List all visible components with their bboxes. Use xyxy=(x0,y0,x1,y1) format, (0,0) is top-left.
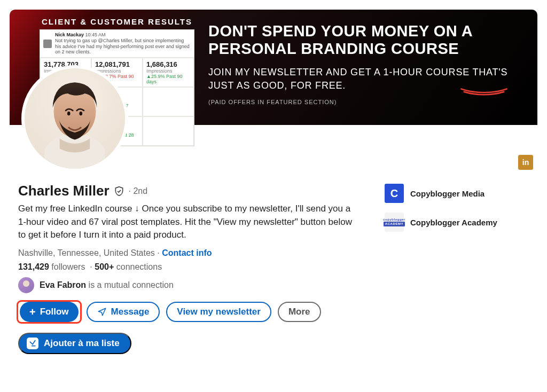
followers-count: 131,429 xyxy=(18,262,49,271)
org-name: Copyblogger Academy xyxy=(410,218,497,227)
tweet-time: 10:45 AM xyxy=(85,32,106,37)
stats-cell: 1,686,316Impressions▲25.9% Past 90 days xyxy=(143,58,194,87)
cover-left-title: CLIENT & CUSTOMER RESULTS xyxy=(40,17,194,26)
location-text: Nashville, Tennessee, United States xyxy=(18,248,155,257)
underline-scribble-icon xyxy=(458,87,510,96)
linkedin-icon: in xyxy=(518,155,533,170)
message-button[interactable]: Message xyxy=(87,302,160,322)
follow-label: Follow xyxy=(40,307,69,317)
profile-side: C Copyblogger Media copybloggerACADEMY C… xyxy=(385,183,529,354)
connections-count: 500+ xyxy=(95,262,114,271)
cover-tweet: Nick Mackay 10:45 AM Not trying to gas u… xyxy=(40,30,194,58)
newsletter-label: View my newsletter xyxy=(177,307,261,317)
cover-right-panel: DON'T SPEND YOUR MONEY ON A PERSONAL BRA… xyxy=(208,17,518,117)
tweet-avatar xyxy=(43,40,52,48)
profile-headline: Get my free LinkedIn course ↓ Once you s… xyxy=(18,202,358,242)
profile-avatar[interactable] xyxy=(21,65,128,172)
add-to-list-label: Ajouter à ma liste xyxy=(44,338,120,349)
cover-paid-note: (PAID OFFERS IN FEATURED SECTION) xyxy=(208,99,518,105)
tweet-name: Nick Mackay xyxy=(55,32,84,37)
follow-button-highlight: + Follow xyxy=(18,302,80,322)
cover-sub: JOIN MY NEWSLETTER AND GET A 1-HOUR COUR… xyxy=(208,66,518,92)
cover-headline: DON'T SPEND YOUR MONEY ON A PERSONAL BRA… xyxy=(208,22,518,58)
connections-label: connections xyxy=(116,262,162,271)
mutual-name: Eva Fabron xyxy=(40,280,86,289)
followers-label: followers xyxy=(51,262,85,271)
org-name: Copyblogger Media xyxy=(410,189,485,198)
svg-point-2 xyxy=(67,112,71,116)
mutual-suffix: is a mutual connection xyxy=(89,280,174,289)
location-row: Nashville, Tennessee, United States · Co… xyxy=(18,248,358,258)
more-button[interactable]: More xyxy=(278,302,321,322)
mutual-row[interactable]: Eva Fabron is a mutual connection xyxy=(18,277,358,293)
tweet-text: Not trying to gas up @Charles Miller, bu… xyxy=(55,38,190,55)
avatar-image xyxy=(25,68,125,169)
connection-degree: · 2nd xyxy=(129,186,148,196)
profile-name: Charles Miller xyxy=(18,183,110,199)
stats-row: 131,429 followers · 500+ connections xyxy=(18,262,358,272)
list-icon xyxy=(27,338,38,349)
verified-shield-icon xyxy=(114,186,124,197)
add-to-list-button[interactable]: Ajouter à ma liste xyxy=(18,333,131,354)
action-buttons: + Follow Message View my newsletter xyxy=(18,302,358,354)
stats-cell xyxy=(143,87,194,116)
newsletter-button[interactable]: View my newsletter xyxy=(166,302,271,322)
org-logo: copybloggerACADEMY xyxy=(385,213,404,232)
send-icon xyxy=(97,307,107,317)
svg-point-3 xyxy=(79,112,82,116)
more-label: More xyxy=(288,307,310,317)
org-row[interactable]: C Copyblogger Media xyxy=(385,184,529,203)
mutual-avatar xyxy=(18,277,34,293)
follow-button[interactable]: + Follow xyxy=(20,302,79,322)
profile-main: Charles Miller · 2nd Get my free LinkedI… xyxy=(18,183,358,354)
contact-info-link[interactable]: Contact info xyxy=(162,248,212,257)
org-row[interactable]: copybloggerACADEMY Copyblogger Academy xyxy=(385,213,529,232)
message-label: Message xyxy=(111,307,150,317)
org-logo: C xyxy=(385,184,404,203)
stats-cell xyxy=(143,116,194,146)
